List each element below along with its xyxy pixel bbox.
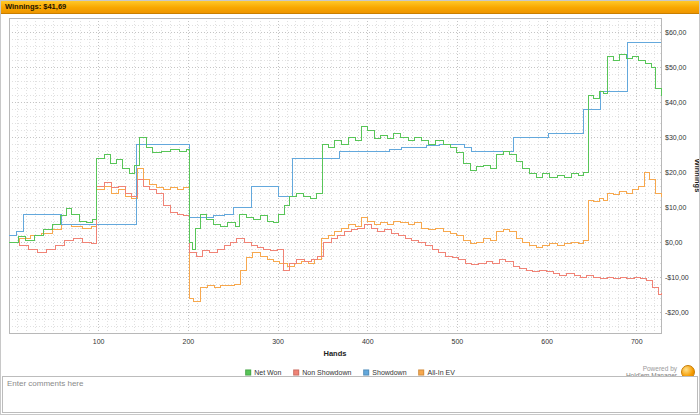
legend-label: Non Showdown [302,369,351,376]
svg-text:100: 100 [93,338,105,345]
legend-item: Non Showdown [293,369,351,376]
legend-item: Net Won [245,369,281,376]
winnings-value: $41,69 [43,2,66,11]
comments-container [2,376,698,413]
legend-label: All-In EV [428,369,455,376]
svg-text:-$20,00: -$20,00 [665,309,689,316]
chart-canvas: 100200300400500600700$60,00$50,00$40,00$… [1,14,700,358]
svg-text:$10,00: $10,00 [665,204,687,211]
svg-text:-$10,00: -$10,00 [665,274,689,281]
svg-text:300: 300 [272,338,284,345]
chart-legend: Net WonNon ShowdownShowdownAll-In EV [245,369,455,376]
svg-text:Hands: Hands [324,349,347,358]
svg-text:$40,00: $40,00 [665,99,687,106]
winnings-chart: 100200300400500600700$60,00$50,00$40,00$… [1,14,699,362]
svg-text:400: 400 [362,338,374,345]
legend-label: Net Won [254,369,281,376]
powered-by-line: Powered by [626,365,677,373]
legend-item: Showdown [363,369,406,376]
svg-text:500: 500 [452,338,464,345]
legend-swatch [293,369,299,375]
svg-text:$20,00: $20,00 [665,169,687,176]
winnings-header-bar: Winnings: $41,69 [1,1,699,14]
svg-text:600: 600 [541,338,553,345]
svg-text:$60,00: $60,00 [665,29,687,36]
svg-text:Winnings: Winnings [693,159,700,193]
comments-input[interactable] [3,377,697,412]
winnings-label: Winnings: [5,2,41,11]
legend-swatch [363,369,369,375]
legend-swatch [419,369,425,375]
svg-text:200: 200 [183,338,195,345]
legend-label: Showdown [372,369,406,376]
svg-text:$0,00: $0,00 [665,239,683,246]
svg-text:700: 700 [631,338,643,345]
legend-swatch [245,369,251,375]
svg-text:$30,00: $30,00 [665,134,687,141]
holdem-manager-graph-window: Winnings: $41,69 100200300400500600700$6… [0,0,700,415]
legend-item: All-In EV [419,369,455,376]
svg-text:$50,00: $50,00 [665,64,687,71]
